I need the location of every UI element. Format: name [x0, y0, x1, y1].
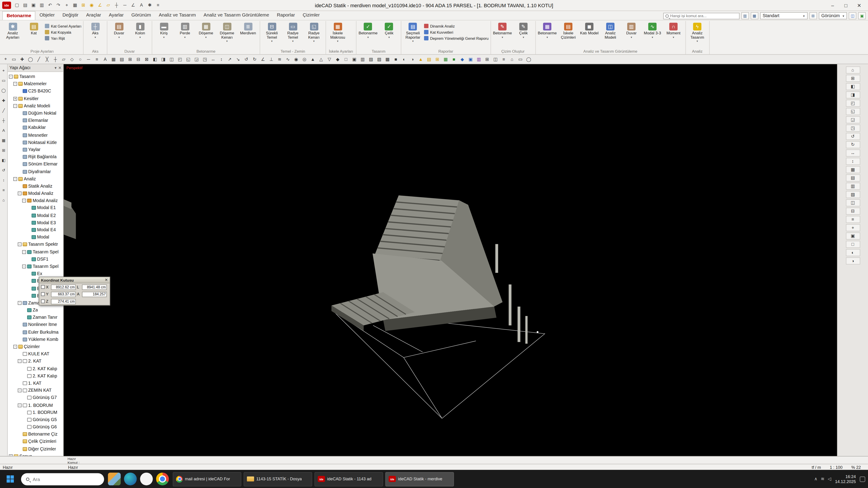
- collapse-icon[interactable]: -: [18, 242, 22, 247]
- z-value-input[interactable]: [51, 299, 76, 304]
- left-tool-icon-10[interactable]: ◧: [0, 157, 6, 163]
- coordinate-box-title-bar[interactable]: Koordinat Kutusu ✕: [39, 277, 110, 284]
- tree-item[interactable]: Çelik Çizimleri: [8, 438, 63, 445]
- view-tool-icon-19[interactable]: ≡: [846, 216, 860, 223]
- tree-item[interactable]: -ZEMİN KAT: [8, 387, 63, 394]
- tool-icon-41[interactable]: ◆: [334, 55, 341, 63]
- tool-icon-27[interactable]: ↕: [218, 55, 225, 63]
- tool-icon-25[interactable]: ◳: [201, 55, 209, 63]
- ribbon-button[interactable]: ▥Perde▾: [175, 22, 195, 48]
- tool-icon-57[interactable]: ▣: [467, 55, 474, 63]
- collapse-icon[interactable]: -: [18, 403, 22, 407]
- layers-icon[interactable]: ▦: [71, 1, 79, 9]
- volume-icon[interactable]: ◁: [828, 477, 831, 482]
- ribbon-tab-10[interactable]: Çizimler: [299, 11, 323, 20]
- display-settings-icon[interactable]: ◫: [848, 12, 856, 20]
- tool-icon-51[interactable]: ▲: [417, 55, 425, 63]
- taskbar-button-3[interactable]: ideideCAD Statik - 1143 ad: [314, 472, 383, 486]
- tree-item[interactable]: Görünüş G7: [8, 394, 63, 401]
- view-tool-icon-13[interactable]: ▦: [846, 166, 860, 173]
- tool-icon-48[interactable]: ■: [392, 55, 400, 63]
- x-value-input[interactable]: [51, 284, 76, 290]
- new-file-icon[interactable]: ▢: [13, 1, 21, 9]
- view-tool-icon-24[interactable]: ◑: [846, 257, 860, 265]
- ribbon-button[interactable]: ∩Moment▾: [663, 22, 683, 48]
- unit-indicator[interactable]: tf / m: [812, 464, 821, 469]
- more-icon[interactable]: ≡: [154, 1, 162, 9]
- ribbon-button[interactable]: ▦İskele Makrosu▾: [328, 22, 348, 48]
- tree-item[interactable]: -Tasarım Spektr: [8, 241, 63, 248]
- collapse-icon[interactable]: -: [9, 75, 13, 79]
- taskbar-button-1[interactable]: mail adresi | ideCAD For: [173, 472, 242, 486]
- tool-icon-32[interactable]: ∠: [259, 55, 267, 63]
- tree-item[interactable]: Modal E1: [8, 204, 63, 212]
- tool-icon-59[interactable]: ⊞: [483, 55, 491, 63]
- tool-icon-42[interactable]: □: [342, 55, 350, 63]
- tool-icon-7[interactable]: ┼: [52, 55, 59, 63]
- collapse-icon[interactable]: -: [22, 264, 26, 268]
- tool-icon-11[interactable]: ─: [85, 55, 92, 63]
- collapse-icon[interactable]: -: [18, 191, 22, 195]
- tool-icon-62[interactable]: ⌂: [508, 55, 516, 63]
- view-tool-icon-6[interactable]: ◱: [846, 108, 860, 115]
- ribbon-tab-4[interactable]: Araçlar: [82, 11, 105, 20]
- ribbon-button[interactable]: ▥Duvar▾: [621, 22, 641, 48]
- undo-icon[interactable]: ↶: [46, 1, 54, 9]
- ribbon-button[interactable]: ▤Seçmeli Raporlar▾: [403, 22, 423, 48]
- tree-item[interactable]: -Analiz Modeli: [8, 102, 63, 109]
- tool-icon-9[interactable]: ◇: [68, 55, 76, 63]
- ribbon-small-item[interactable]: Yarı Rijit: [45, 36, 82, 40]
- tree-item[interactable]: 2. KAT Kalıp: [8, 372, 63, 380]
- tool-icon-58[interactable]: ▥: [475, 55, 483, 63]
- view-tool-icon-18[interactable]: ⊟: [846, 207, 860, 215]
- clock[interactable]: 16:24 14.12.2025: [835, 474, 856, 484]
- ribbon-button[interactable]: ▬Kiriş▾: [154, 22, 174, 48]
- collapse-icon[interactable]: -: [13, 104, 17, 108]
- view-tool-icon-5[interactable]: ◰: [846, 100, 860, 107]
- taskbar-search-input[interactable]: [33, 476, 88, 482]
- tool-icon-31[interactable]: ↻: [251, 55, 258, 63]
- left-tool-icon-14[interactable]: ⌂: [0, 197, 6, 203]
- tree-item[interactable]: Noktasal Kütle: [8, 139, 63, 146]
- ribbon-small-item[interactable]: Kat Kopyala: [45, 30, 82, 34]
- ribbon-button[interactable]: ✓Betonarme▾: [358, 22, 378, 48]
- left-tool-icon-3[interactable]: ◯: [0, 88, 6, 94]
- view-tool-icon-20[interactable]: ⌖: [846, 224, 860, 231]
- ribbon-small-item[interactable]: Deprem Yönetmeliği Genel Raporu: [424, 36, 489, 40]
- grid-icon[interactable]: ⊞: [79, 1, 88, 9]
- view-tool-icon-2[interactable]: ⊞: [846, 75, 860, 82]
- collapse-icon[interactable]: -: [13, 345, 17, 349]
- tool-icon-54[interactable]: ▦: [442, 55, 450, 63]
- tree-item[interactable]: Nonlineer İtme: [8, 321, 63, 328]
- tool-icon-60[interactable]: ◫: [492, 55, 499, 63]
- tool-icon-13[interactable]: A: [101, 55, 109, 63]
- tree-item[interactable]: 2. KAT Kalıp: [8, 365, 63, 372]
- taskbar-search[interactable]: [21, 473, 104, 485]
- pinned-app-icon-2[interactable]: [140, 473, 153, 485]
- redo-icon[interactable]: ↷: [54, 1, 63, 9]
- tree-item[interactable]: Düğüm Noktal: [8, 110, 63, 117]
- tree-item[interactable]: -Tasarım Spel: [8, 263, 63, 270]
- tool-icon-33[interactable]: ⊥: [268, 55, 275, 63]
- tree-item[interactable]: C25 B420C: [8, 88, 63, 95]
- ribbon-tab-6[interactable]: Görünüm: [127, 11, 155, 20]
- ribbon-button[interactable]: ◼Katı Model: [579, 22, 599, 48]
- z-lock-checkbox[interactable]: [41, 299, 45, 303]
- tree-item[interactable]: Modal E3: [8, 219, 63, 226]
- ribbon-button[interactable]: ✱Analiz Ayarları: [3, 22, 23, 48]
- close-icon[interactable]: ✕: [105, 278, 108, 282]
- tool-icon-17[interactable]: ⊟: [134, 55, 142, 63]
- print-quick-icon[interactable]: ▥: [741, 12, 749, 20]
- tree-item[interactable]: Mesnetler: [8, 131, 63, 138]
- minimize-button[interactable]: –: [826, 0, 839, 10]
- open-file-icon[interactable]: ▤: [21, 1, 29, 9]
- tool-icon-2[interactable]: ▭: [10, 55, 18, 63]
- tree-item[interactable]: +Sonuç: [8, 453, 63, 456]
- left-tool-icon-2[interactable]: ▭: [0, 77, 6, 84]
- tool-icon-55[interactable]: ■: [450, 55, 458, 63]
- tool-icon-44[interactable]: ▥: [359, 55, 367, 63]
- tree-item[interactable]: KULE KAT: [8, 350, 63, 358]
- tree-item[interactable]: Modal E4: [8, 226, 63, 233]
- tree-item[interactable]: Diğer Çizimler: [8, 445, 63, 453]
- ortho-icon[interactable]: ∠: [96, 1, 104, 9]
